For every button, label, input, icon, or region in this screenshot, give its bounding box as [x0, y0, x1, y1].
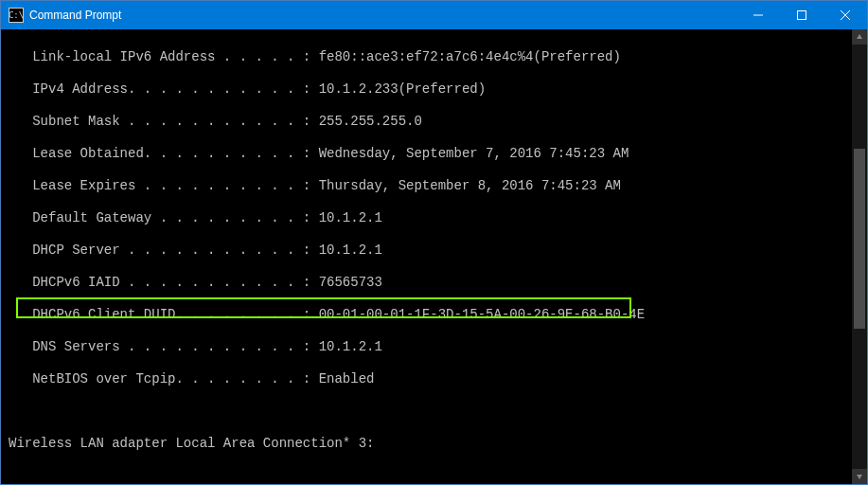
output-line: Subnet Mask . . . . . . . . . . . : 255.… — [9, 114, 852, 130]
command-prompt-window: C:\ Command Prompt Link-local IPv6 Addre… — [0, 0, 868, 485]
maximize-button[interactable] — [780, 1, 824, 29]
scroll-thumb[interactable] — [854, 149, 865, 329]
scroll-down-button[interactable] — [852, 469, 867, 484]
output-line: Link-local IPv6 Address . . . . . : fe80… — [9, 49, 852, 65]
scroll-up-button[interactable] — [852, 29, 867, 45]
output-line: DNS Servers . . . . . . . . . . . : 10.1… — [9, 339, 852, 355]
output-line: NetBIOS over Tcpip. . . . . . . . : Enab… — [9, 371, 852, 387]
output-line: DHCPv6 IAID . . . . . . . . . . . : 7656… — [9, 275, 852, 291]
close-button[interactable] — [824, 1, 867, 29]
adapter-header: Wireless LAN adapter Local Area Connecti… — [9, 436, 852, 452]
output-line: Default Gateway . . . . . . . . . : 10.1… — [9, 210, 852, 226]
blank-line — [9, 404, 852, 420]
scroll-track[interactable] — [852, 45, 867, 469]
console-output[interactable]: Link-local IPv6 Address . . . . . : fe80… — [1, 29, 852, 484]
svg-marker-4 — [857, 34, 862, 39]
minimize-button[interactable] — [736, 1, 780, 29]
svg-rect-1 — [798, 11, 806, 20]
console-area: Link-local IPv6 Address . . . . . : fe80… — [1, 29, 867, 484]
window-title: Command Prompt — [29, 9, 121, 22]
output-line: IPv4 Address. . . . . . . . . . . : 10.1… — [9, 81, 852, 98]
cmd-icon: C:\ — [9, 8, 24, 23]
output-line: DHCP Server . . . . . . . . . . . : 10.1… — [9, 242, 852, 259]
blank-line — [9, 468, 852, 484]
output-line: Lease Expires . . . . . . . . . . : Thur… — [9, 178, 852, 194]
titlebar[interactable]: C:\ Command Prompt — [1, 1, 867, 29]
vertical-scrollbar[interactable] — [852, 29, 867, 484]
output-line: DHCPv6 Client DUID. . . . . . . . : 00-0… — [9, 307, 852, 323]
output-line: Lease Obtained. . . . . . . . . . : Wedn… — [9, 146, 852, 162]
svg-marker-5 — [857, 475, 862, 479]
